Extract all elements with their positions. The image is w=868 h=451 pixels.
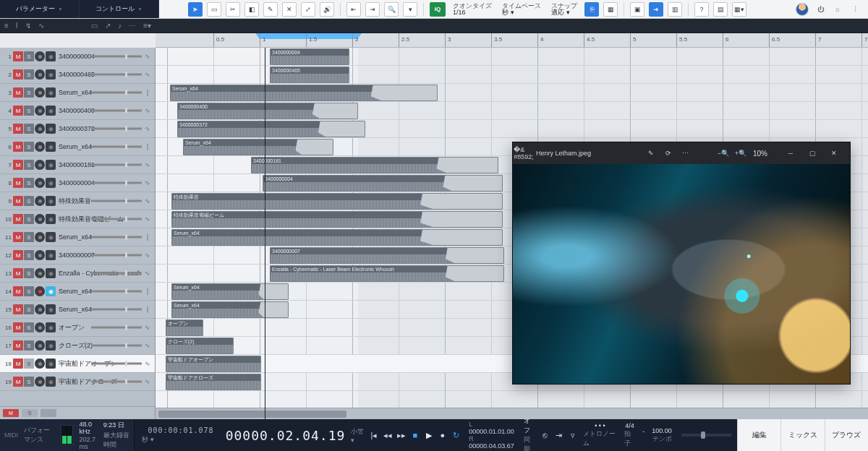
track-fader[interactable] — [91, 254, 142, 257]
mute-button[interactable]: M — [13, 358, 23, 369]
audio-clip[interactable]: 特殊効果音 — [171, 193, 503, 210]
solo-button[interactable]: S — [24, 160, 34, 170]
monitor-button[interactable]: ◉ — [46, 340, 56, 351]
view-edit[interactable]: 編集 — [737, 419, 780, 451]
track-row[interactable]: 12MS◉3400000007∿ — [0, 246, 155, 265]
rewind[interactable]: ◂◂ — [380, 427, 394, 443]
track-fader[interactable] — [91, 381, 142, 383]
track-row[interactable]: 14MS◉Serum_x64⎹⎸ — [0, 283, 155, 301]
mute-button[interactable]: M — [13, 160, 23, 170]
mode-b[interactable]: ➔ — [649, 2, 663, 17]
track-row[interactable]: 18MS◉宇宙船ドアオープン∿ — [0, 355, 155, 373]
mute-button[interactable]: M — [13, 178, 23, 188]
record-arm[interactable] — [35, 196, 45, 206]
audio-clip[interactable]: 宇宙船ドアクローズ — [166, 374, 261, 390]
menu-icon[interactable]: ⋮ — [849, 4, 861, 15]
monitor-button[interactable]: ◉ — [46, 232, 56, 242]
solo-button[interactable]: S — [24, 106, 34, 116]
zoom-out-icon[interactable]: −🔍 — [718, 148, 728, 158]
monitor-button[interactable]: ◉ — [46, 178, 56, 188]
audio-clip[interactable]: 3400000400 — [177, 103, 358, 119]
master-solo[interactable]: S — [22, 409, 38, 417]
solo-button[interactable]: S — [24, 286, 34, 296]
track-fader[interactable] — [91, 182, 142, 184]
track-fader[interactable] — [91, 146, 142, 148]
main-timecode[interactable]: 00000.02.04.19 — [226, 428, 346, 443]
hdr-icon-1[interactable]: ≡ — [4, 22, 9, 30]
track-row[interactable]: 19MS◉宇宙船ドアクローズ∿ — [0, 373, 155, 391]
tool-rewind[interactable]: ⇤ — [346, 2, 361, 17]
track-row[interactable]: 6MS◉Serum_x64⎹⎸ — [0, 138, 155, 156]
track-fader[interactable] — [91, 272, 142, 275]
record-arm[interactable] — [35, 340, 45, 351]
track-row[interactable]: 4MS◉3400000400∿ — [0, 102, 155, 120]
track-fader[interactable] — [91, 345, 142, 347]
mute-button[interactable]: M — [13, 124, 23, 134]
rotate-icon[interactable]: ⟳ — [663, 148, 673, 158]
record-arm[interactable] — [35, 322, 45, 332]
track-fader[interactable] — [91, 56, 142, 58]
audio-clip[interactable]: 宇宙船ドアオープン — [166, 356, 261, 372]
hdr-icon-4[interactable]: ∿ — [38, 22, 44, 30]
track-row[interactable]: 1MS◉3400000004∿ — [0, 48, 155, 66]
monitor-button[interactable]: ◉ — [46, 268, 56, 278]
solo-button[interactable]: S — [24, 87, 34, 98]
record-arm[interactable] — [35, 250, 45, 260]
solo-button[interactable]: S — [24, 377, 34, 387]
back-icon[interactable]: �& #8592; — [519, 148, 529, 158]
monitor-button[interactable]: ◉ — [46, 304, 56, 314]
mute-button[interactable]: M — [13, 377, 23, 387]
goto-start[interactable]: |◂ — [367, 427, 380, 443]
track-fader[interactable] — [91, 218, 142, 220]
ffwd[interactable]: ▸▸ — [394, 427, 408, 443]
view-mix[interactable]: ミックス — [780, 419, 824, 451]
solo-button[interactable]: S — [24, 232, 34, 242]
iq-button[interactable]: IQ — [430, 2, 446, 17]
mute-button[interactable]: M — [13, 87, 23, 98]
mute-button[interactable]: M — [13, 232, 23, 242]
monitor-button[interactable]: ◉ — [46, 250, 56, 260]
solo-button[interactable]: S — [24, 358, 34, 369]
sync-icon[interactable]: ⎋ — [538, 427, 552, 443]
solo-button[interactable]: S — [24, 124, 34, 134]
record-arm[interactable] — [35, 51, 45, 61]
record-arm[interactable] — [35, 377, 45, 387]
track-row[interactable]: 10MS◉特殊効果音電磁ビーム∿ — [0, 210, 155, 228]
tool-mute[interactable]: ✕ — [282, 2, 297, 17]
tool-forward[interactable]: ⇥ — [365, 2, 380, 17]
hdr-icon-5[interactable]: ▭ — [91, 22, 98, 30]
monitor-button[interactable]: ◉ — [46, 160, 56, 170]
mode-c[interactable]: ▥ — [668, 2, 682, 17]
tool-erase[interactable]: ◧ — [244, 2, 259, 17]
track-fader[interactable] — [91, 200, 142, 202]
solo-button[interactable]: S — [24, 142, 34, 152]
audio-clip[interactable]: Serum_x64 — [171, 229, 503, 246]
audio-clip[interactable]: 3400000004 — [263, 175, 503, 192]
hdr-icon-2[interactable]: I — [16, 22, 18, 30]
monitor-button[interactable]: ◉ — [46, 87, 56, 98]
solo-button[interactable]: S — [24, 322, 34, 332]
monitor-button[interactable]: ◉ — [46, 106, 56, 116]
mute-button[interactable]: M — [13, 304, 23, 314]
solo-button[interactable]: S — [24, 178, 34, 188]
tool-search[interactable]: 🔍 — [384, 2, 399, 17]
track-fader[interactable] — [91, 236, 142, 239]
solo-button[interactable]: S — [24, 214, 34, 224]
grid-toggle[interactable]: ▦ — [603, 2, 618, 17]
track-row[interactable]: 9MS◉特殊効果音∿ — [0, 192, 155, 210]
record-arm[interactable] — [35, 358, 45, 369]
track-fader[interactable] — [91, 327, 142, 329]
signature-setting[interactable]: 4/4拍子 — [624, 422, 636, 448]
solo-button[interactable]: S — [24, 51, 34, 61]
audio-clip[interactable]: オープン — [166, 319, 203, 336]
monitor-button[interactable]: ◉ — [46, 286, 56, 296]
solo-button[interactable]: S — [24, 196, 34, 206]
record-arm[interactable] — [35, 214, 45, 224]
hdr-icon-6[interactable]: ↗ — [105, 22, 111, 30]
image-viewer-titlebar[interactable]: �& #8592; Henry Letham.jpeg ✎ ⟳ ⋯ −🔍 +🔍 … — [513, 142, 850, 164]
snap-toggle[interactable]: ⎘ — [584, 2, 599, 17]
mute-button[interactable]: M — [13, 340, 23, 351]
record[interactable]: ● — [435, 427, 449, 443]
audio-clip[interactable]: Enzalla - Cybermatic - Laser Beam Electr… — [270, 265, 504, 282]
locators[interactable]: L 00000.01.01.00 R 00000.04.03.67 — [469, 421, 514, 450]
